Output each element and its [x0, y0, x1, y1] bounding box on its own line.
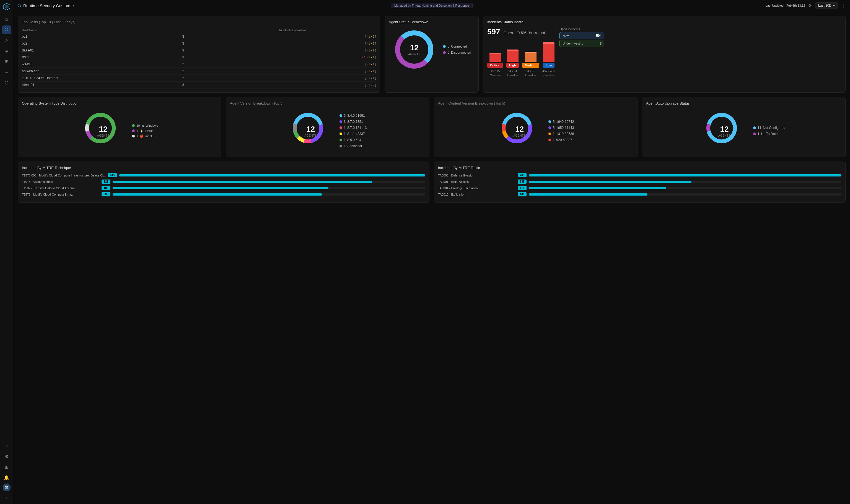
host-name: daas-01	[22, 47, 182, 54]
macos-count: 1	[137, 134, 138, 138]
header-logo-icon: ⬡	[18, 3, 21, 8]
low-overdue: Overdue	[544, 74, 554, 77]
mitre-technique-label: T1537 - Transfer Data to Cloud Account	[22, 186, 99, 190]
table-row[interactable]: ip-10-0-1-24.ec2.internal2[ • 1 • 1 ]	[22, 75, 376, 82]
sidebar-item-alert[interactable]: ⚠	[2, 36, 11, 45]
au-not-configured: 11Not Configured	[753, 126, 785, 130]
disconnected-dot	[443, 51, 446, 54]
agent-version-card: Agent Version Breakdown (Top 5)	[226, 97, 429, 157]
mitre-technique-item[interactable]: T1078 - Valid Accounts 121	[22, 180, 425, 184]
os-distribution-title: Operating System Type Distribution	[22, 101, 217, 105]
table-row[interactable]: client-013[ • 1 • 2 ]	[22, 82, 376, 89]
sidebar: ⌂ 🛡 ⚠ ◈ ⊞ ≡ ⬡ ○ ⚙ ⊞ 🔔 JB ›	[0, 0, 13, 504]
row-1: Top Hosts (Top 10 | Last 30 days) Host N…	[18, 16, 846, 93]
mitre-tactic-item[interactable]: TA0001 - Initial Access 138	[438, 180, 842, 184]
table-row[interactable]: pc23[ • 1 • 2 ]	[22, 40, 376, 47]
os-legend: 10 ⊞ Windows 1 🐧 Linux 1	[132, 124, 158, 138]
av-1: 58.4.0.51691	[339, 114, 367, 118]
incidents-open-label: Open	[503, 31, 513, 35]
severity-low: Low 452 / 486 Overdue	[542, 39, 555, 77]
incident-count: 2	[182, 61, 308, 68]
linux-dot	[132, 129, 135, 132]
critical-stats: 15 / 15	[491, 69, 500, 73]
mitre-tactic-item[interactable]: TA0004 - Privilege Escalation 115	[438, 186, 842, 190]
incident-row-new[interactable]: New 594	[560, 32, 604, 39]
sidebar-item-bell[interactable]: 🔔	[2, 473, 11, 482]
mitre-tactic-bar	[529, 193, 842, 196]
open-incidents-title: Open Incidents	[560, 28, 604, 31]
sidebar-item-shield[interactable]: 🛡	[2, 25, 11, 34]
legend-connected: 6 Connected	[443, 44, 471, 49]
avatar[interactable]: JB	[3, 484, 11, 491]
more-options-icon[interactable]: ⋮	[841, 3, 846, 8]
medium-stats: 34 / 35	[526, 69, 535, 73]
agent-upgrade-count: 12 AGENTS	[718, 125, 730, 137]
mitre-tactic-title: Incidents By MITRE Tactic	[438, 166, 842, 170]
incident-under-count: 3	[600, 41, 602, 46]
connected-count: 6	[447, 44, 449, 49]
incident-dots: [ • 1 • 1 ]	[307, 75, 376, 82]
incidents-board-left: 597 Open ⊙ 595 Unassigned	[487, 28, 555, 79]
sidebar-item-layers[interactable]: ≡	[2, 68, 11, 76]
svg-marker-1	[5, 5, 8, 8]
connected-label: Connected	[451, 44, 467, 49]
agent-upgrade-title: Agent Auto Upgrade Status	[646, 101, 842, 105]
sidebar-item-gear[interactable]: ⚙	[2, 452, 11, 461]
mitre-technique-item[interactable]: T1537 - Transfer Data to Cloud Account 1…	[22, 186, 425, 190]
mitre-tactic-item[interactable]: TA0005 - Defense Evasion 263	[438, 173, 842, 177]
incident-new-count: 594	[596, 34, 602, 38]
agent-upgrade-donut-container: 12 AGENTS 11Not Configured 1Up To Date	[646, 109, 842, 153]
av-4: 18.1.1.43337	[339, 132, 367, 136]
mitre-technique-item[interactable]: T1578.003 - Modify Cloud Compute Infrast…	[22, 173, 425, 177]
mitre-bar-fill	[112, 193, 322, 196]
hosts-table: Host Name Incidents Breakdown pc13[ • 1 …	[22, 28, 376, 89]
host-name: pc2	[22, 40, 182, 47]
header: ⬡ Runtime Security Custom ▾ Managed by T…	[13, 0, 850, 11]
windows-icon: ⊞	[141, 124, 144, 127]
mitre-technique-card: Incidents By MITRE Technique T1578.003 -…	[18, 162, 429, 203]
sidebar-item-grid[interactable]: ⊞	[2, 57, 11, 66]
disconnected-label: Disconnected	[451, 51, 471, 54]
sidebar-item-circle[interactable]: ○	[2, 442, 11, 450]
mitre-technique-count: 100	[102, 186, 110, 190]
refresh-icon[interactable]: ⟳	[809, 3, 812, 8]
date-range-picker[interactable]: Last 30D ▾	[815, 2, 838, 9]
mitre-technique-item[interactable]: T1578 - Modify Cloud Compute Infra... 98	[22, 192, 425, 196]
table-row[interactable]: ws-it102[ • 1 • 1 ]	[22, 61, 376, 68]
mitre-technique-count: 121	[102, 180, 110, 184]
title-chevron-icon[interactable]: ▾	[72, 4, 74, 7]
mitre-technique-list: T1578.003 - Modify Cloud Compute Infrast…	[22, 173, 425, 196]
mitre-tactic-item[interactable]: TA0010 - Exfiltration 100	[438, 192, 842, 196]
macos-icon: 🍎	[140, 134, 144, 138]
table-row[interactable]: ap-web-app2[ • 1 • 1 ]	[22, 68, 376, 75]
low-stats: 452 / 486	[542, 69, 555, 73]
sidebar-item-apps[interactable]: ⊞	[2, 463, 11, 471]
mitre-bar-fill	[119, 174, 425, 177]
sidebar-expand[interactable]: ›	[2, 493, 11, 502]
os-macos: 1 🍎 macOS	[132, 134, 158, 138]
mitre-tactic-label: TA0010 - Exfiltration	[438, 193, 515, 196]
sidebar-item-home[interactable]: ⌂	[2, 15, 11, 24]
low-label: Low	[543, 63, 554, 68]
table-row[interactable]: pc13[ • 1 • 2 ]	[22, 33, 376, 40]
top-hosts-subtitle: (Top 10 | Last 30 days)	[39, 20, 75, 24]
app-logo[interactable]	[2, 2, 11, 11]
incident-dots: [ • 1 • 2 ]	[307, 47, 376, 54]
medium-label: Medium	[522, 63, 539, 68]
table-row[interactable]: daas-013[ • 1 • 2 ]	[22, 47, 376, 54]
row-2: Operating System Type Distribution	[18, 97, 846, 157]
agent-content-title: Agent Content Version Breakdown (Top 5)	[438, 101, 633, 105]
sidebar-item-tag[interactable]: ◈	[2, 47, 11, 55]
agent-content-donut: 12 AGENTS	[497, 109, 542, 153]
sidebar-item-connect[interactable]: ⬡	[2, 78, 11, 87]
top-hosts-title: Top Hosts (Top 10 | Last 30 days)	[22, 20, 376, 24]
macos-dot	[132, 135, 135, 138]
open-incidents-panel: Open Incidents New 594 Under Investi... …	[560, 28, 604, 79]
av-5: 18.5.0.624	[339, 138, 367, 142]
table-row[interactable]: dc013[ • 1 • 1 • 1 ]	[22, 54, 376, 61]
high-stats: 54 / 61	[508, 69, 517, 73]
windows-label: Windows	[145, 124, 158, 127]
incident-row-under[interactable]: Under Investi... 3	[560, 40, 604, 47]
incidents-board-title: Incidents Status Board	[487, 20, 842, 24]
agent-version-donut-container: 12 AGENTS 58.4.0.51691 38.7.0.7351 18.7.…	[230, 109, 425, 153]
